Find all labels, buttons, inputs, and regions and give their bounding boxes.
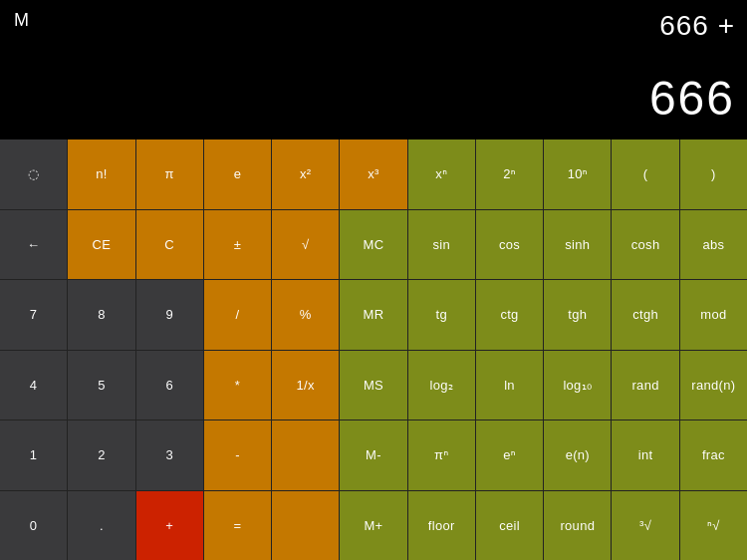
btn-e-n[interactable]: eⁿ [476,420,543,490]
btn-int[interactable]: int [612,420,678,490]
btn-tgh[interactable]: tgh [544,280,611,350]
btn-x-squared[interactable]: x² [272,140,339,209]
btn-8[interactable]: 8 [68,280,134,350]
btn-sqrt[interactable]: √ [272,210,339,280]
memory-indicator: M [14,10,29,31]
btn-factorial[interactable]: n! [68,140,134,209]
btn-ceil[interactable]: ceil [476,491,543,561]
btn-3[interactable]: 3 [136,420,203,490]
btn-n-root[interactable]: ⁿ√ [680,491,747,561]
btn-frac[interactable]: frac [680,420,747,490]
btn-equals-span[interactable] [272,420,339,490]
btn-close-paren[interactable]: ) [680,140,747,209]
calculator-grid: ◌n!πex²x³xⁿ2ⁿ10ⁿ()←CEC±√MCsincossinhcosh… [0,140,747,560]
btn-tg[interactable]: tg [408,280,475,350]
btn-7[interactable]: 7 [0,280,67,350]
btn-pi[interactable]: π [136,140,203,209]
btn-log10[interactable]: log₁₀ [544,351,611,420]
btn-mc[interactable]: MC [340,210,406,280]
btn-cube-root[interactable]: ³√ [612,491,678,561]
btn-m-minus[interactable]: M- [340,420,406,490]
btn-m-plus[interactable]: M+ [340,491,406,561]
btn-rand[interactable]: rand [612,351,678,420]
btn-open-paren[interactable]: ( [612,140,678,209]
btn-6[interactable]: 6 [136,351,203,420]
btn-x-power[interactable]: xⁿ [408,140,475,209]
btn-mr[interactable]: MR [340,280,406,350]
btn-cosh[interactable]: cosh [612,210,678,280]
result-display: 666 [649,71,735,126]
btn-abs[interactable]: abs [680,210,747,280]
btn-9[interactable]: 9 [136,280,203,350]
btn-multiply[interactable]: * [204,351,271,420]
btn-equals-bottom2[interactable] [272,491,339,561]
btn-pi-n[interactable]: πⁿ [408,420,475,490]
btn-1[interactable]: 1 [0,420,67,490]
btn-backspace[interactable]: ← [0,210,67,280]
btn-ctgh[interactable]: ctgh [612,280,678,350]
btn-mod[interactable]: mod [680,280,747,350]
btn-5[interactable]: 5 [68,351,134,420]
btn-2-power[interactable]: 2ⁿ [476,140,543,209]
btn-floor[interactable]: floor [408,491,475,561]
btn-e-n-func[interactable]: e(n) [544,420,611,490]
btn-history[interactable]: ◌ [0,140,67,209]
btn-x-cubed[interactable]: x³ [340,140,406,209]
btn-2[interactable]: 2 [68,420,134,490]
btn-subtract[interactable]: - [204,420,271,490]
btn-plus-minus[interactable]: ± [204,210,271,280]
btn-0[interactable]: 0 [0,491,67,561]
btn-equals[interactable]: = [204,491,271,561]
btn-reciprocal[interactable]: 1/x [272,351,339,420]
btn-divide[interactable]: / [204,280,271,350]
btn-clear[interactable]: C [136,210,203,280]
btn-ln[interactable]: ln [476,351,543,420]
btn-sin[interactable]: sin [408,210,475,280]
btn-10-power[interactable]: 10ⁿ [544,140,611,209]
btn-sinh[interactable]: sinh [544,210,611,280]
btn-rand-n[interactable]: rand(n) [680,351,747,420]
expression-display: 666 + [659,10,735,42]
btn-ce[interactable]: CE [68,210,134,280]
btn-cos[interactable]: cos [476,210,543,280]
btn-round[interactable]: round [544,491,611,561]
btn-add[interactable]: + [136,491,203,561]
btn-ms[interactable]: MS [340,351,406,420]
btn-percent[interactable]: % [272,280,339,350]
display-area: M 666 + 666 [0,0,747,140]
btn-ctg[interactable]: ctg [476,280,543,350]
btn-decimal[interactable]: . [68,491,134,561]
btn-4[interactable]: 4 [0,351,67,420]
btn-e[interactable]: e [204,140,271,209]
btn-log2[interactable]: log₂ [408,351,475,420]
